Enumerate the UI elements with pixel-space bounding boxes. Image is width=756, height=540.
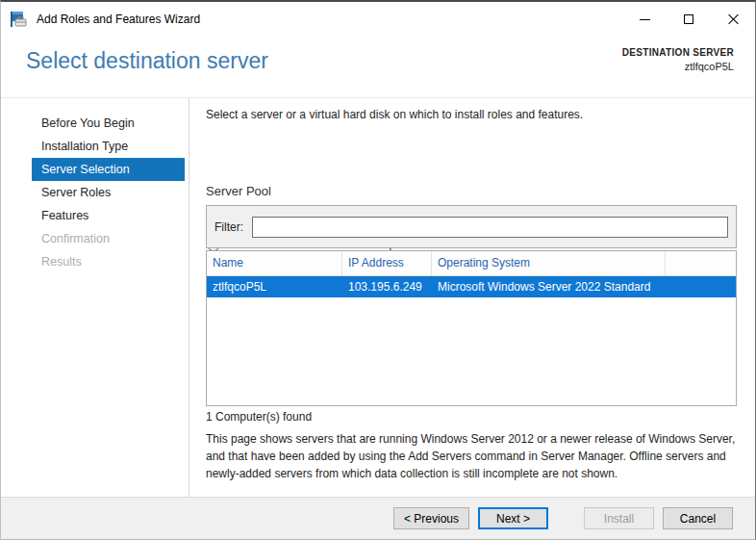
cell-ip-address: 103.195.6.249 — [342, 280, 432, 294]
column-header-ip-address[interactable]: IP Address — [342, 251, 432, 275]
destination-server-block: DESTINATION SERVER ztlfqcoP5L — [622, 47, 734, 72]
sidebar-item-features[interactable]: Features — [32, 204, 185, 227]
sidebar-item-server-selection[interactable]: Server Selection — [32, 158, 185, 181]
page-title: Select destination server — [26, 48, 268, 74]
destination-server-name: ztlfqcoP5L — [622, 61, 734, 72]
column-header-name[interactable]: Name — [207, 251, 342, 275]
install-button: Install — [584, 507, 654, 529]
next-button[interactable]: Next > — [478, 507, 548, 529]
column-header-filler — [666, 251, 736, 275]
sidebar-item-before-you-begin[interactable]: Before You Begin — [32, 112, 185, 135]
server-pool-title: Server Pool — [206, 184, 271, 198]
destination-server-label: DESTINATION SERVER — [622, 47, 734, 58]
cell-server-name: ztlfqcoP5L — [207, 280, 342, 294]
table-row-selected[interactable]: ztlfqcoP5L 103.195.6.249 Microsoft Windo… — [207, 276, 736, 297]
server-pool-table: Name IP Address Operating System ztlfqco… — [206, 250, 737, 406]
title-bar: Add Roles and Features Wizard — [1, 2, 755, 37]
maximize-icon — [684, 14, 693, 24]
filter-box: Filter: — [206, 205, 737, 248]
server-manager-icon — [10, 10, 29, 29]
footer-button-bar: < Previous Next > Install Cancel — [1, 497, 755, 539]
minimize-button[interactable] — [622, 2, 667, 37]
window-title: Add Roles and Features Wizard — [37, 13, 200, 26]
sidebar-item-installation-type[interactable]: Installation Type — [32, 135, 185, 158]
table-header-row: Name IP Address Operating System — [207, 251, 736, 276]
computers-found-text: 1 Computer(s) found — [206, 410, 312, 424]
main-content: Select a server or a virtual hard disk o… — [189, 98, 755, 497]
wizard-steps-sidebar: Before You Begin Installation Type Serve… — [1, 98, 189, 497]
page-description: This page shows servers that are running… — [206, 430, 744, 482]
sidebar-item-results: Results — [32, 250, 185, 273]
cell-operating-system: Microsoft Windows Server 2022 Standard — [432, 280, 666, 294]
window-controls — [622, 2, 755, 37]
close-icon — [727, 13, 739, 25]
cancel-button[interactable]: Cancel — [663, 507, 733, 529]
maximize-button[interactable] — [667, 2, 711, 37]
close-button[interactable] — [711, 2, 755, 37]
intro-text: Select a server or a virtual hard disk o… — [206, 108, 583, 121]
filter-label: Filter: — [214, 220, 243, 234]
wizard-window: Add Roles and Features Wizard Select des… — [0, 0, 756, 540]
sidebar-item-server-roles[interactable]: Server Roles — [32, 181, 185, 204]
column-header-operating-system[interactable]: Operating System — [432, 251, 666, 275]
minimize-icon — [640, 19, 650, 20]
sidebar-item-confirmation: Confirmation — [32, 227, 185, 250]
previous-button[interactable]: < Previous — [393, 507, 469, 529]
filter-input[interactable] — [252, 217, 728, 238]
wizard-header: Select destination server DESTINATION SE… — [1, 37, 755, 98]
